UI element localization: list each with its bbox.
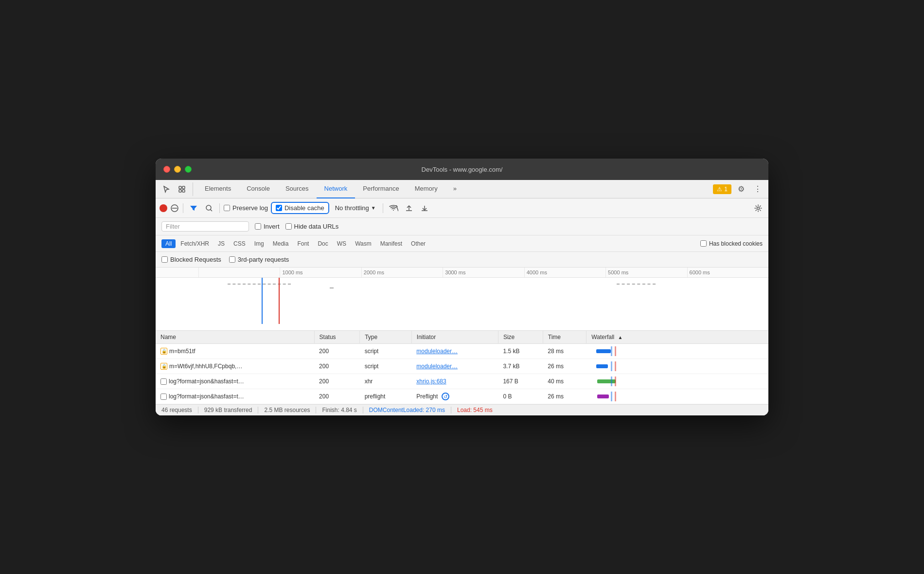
type-all[interactable]: All [161, 239, 176, 248]
close-button[interactable] [163, 166, 170, 173]
clear-button[interactable] [170, 204, 179, 213]
download-icon[interactable] [418, 202, 431, 215]
table-row[interactable]: log?format=json&hasfast=t… 200 xhr xhrio… [156, 374, 768, 389]
row-checkbox-input[interactable] [160, 378, 167, 385]
tabs-bar: Elements Console Sources Network Perform… [156, 180, 768, 198]
type-wasm[interactable]: Wasm [351, 239, 375, 248]
divider-1 [183, 203, 183, 213]
tab-memory[interactable]: Memory [407, 180, 445, 198]
upload-icon[interactable] [403, 202, 415, 215]
network-table: Name Status Type Initiator Size [156, 331, 768, 404]
table-body: 🔒 m=bm51tf 200 script moduleloader… 1.5 … [156, 344, 768, 404]
notification-badge[interactable]: ⚠ 1 [713, 184, 731, 194]
row-type: script [360, 344, 412, 359]
preserve-log-checkbox[interactable]: Preserve log [224, 204, 268, 212]
row-checkbox-input[interactable] [160, 394, 167, 400]
load-line [279, 278, 280, 324]
type-css[interactable]: CSS [230, 239, 249, 248]
filter-icon[interactable] [187, 202, 200, 215]
third-party-checkbox[interactable]: 3rd-party requests [229, 256, 289, 263]
ruler-mark-1: 1000 ms [280, 268, 361, 277]
devtools-body: Elements Console Sources Network Perform… [156, 180, 768, 415]
cursor-icon[interactable] [160, 182, 173, 196]
disable-cache-input[interactable] [276, 205, 282, 211]
row-status: 200 [314, 374, 360, 389]
col-size[interactable]: Size [498, 331, 543, 344]
tab-network[interactable]: Network [317, 180, 355, 198]
col-type[interactable]: Type [360, 331, 412, 344]
preflight-icon: ↺ [442, 393, 449, 400]
inspect-icon[interactable] [175, 182, 189, 196]
row-type: xhr [360, 374, 412, 389]
type-fetch-xhr[interactable]: Fetch/XHR [177, 239, 213, 248]
third-party-input[interactable] [229, 256, 235, 263]
resources-size: 2.5 MB resources [258, 407, 316, 413]
type-manifest[interactable]: Manifest [376, 239, 406, 248]
disable-cache-checkbox[interactable]: Disable cache [276, 204, 324, 212]
network-table-wrapper: Name Status Type Initiator Size [156, 331, 768, 404]
row-initiator: moduleloader… [411, 359, 498, 374]
tab-icons [160, 182, 193, 196]
col-status[interactable]: Status [314, 331, 360, 344]
svg-rect-1 [182, 186, 185, 189]
type-font[interactable]: Font [293, 239, 313, 248]
network-settings-icon[interactable] [752, 202, 764, 215]
type-js[interactable]: JS [214, 239, 229, 248]
more-options-button[interactable]: ⋮ [751, 182, 764, 196]
table-row[interactable]: 🔒 m=Wt6vjf,hhhU8,FCpbqb,… 200 script mod… [156, 359, 768, 374]
type-doc[interactable]: Doc [314, 239, 332, 248]
throttle-select[interactable]: No throttling ▼ [332, 203, 379, 213]
blocked-requests-checkbox[interactable]: Blocked Requests [161, 256, 221, 263]
dom-content-loaded-line [262, 278, 263, 324]
disable-cache-wrapper: Disable cache [271, 202, 329, 214]
window-title: DevTools - www.google.com/ [422, 166, 503, 173]
type-img[interactable]: Img [250, 239, 268, 248]
hide-data-urls-input[interactable] [285, 223, 292, 230]
row-waterfall [586, 389, 768, 404]
network-toolbar: Preserve log Disable cache No throttling… [156, 198, 768, 218]
type-other[interactable]: Other [407, 239, 429, 248]
table-row[interactable]: 🔒 m=bm51tf 200 script moduleloader… 1.5 … [156, 344, 768, 359]
filter-input-wrapper[interactable]: Filter [161, 221, 249, 232]
col-time[interactable]: Time [543, 331, 586, 344]
row-status: 200 [314, 359, 360, 374]
record-button[interactable] [160, 204, 167, 212]
search-icon[interactable] [203, 202, 215, 215]
type-media[interactable]: Media [269, 239, 293, 248]
table-row[interactable]: log?format=json&hasfast=t… 200 preflight… [156, 389, 768, 404]
tab-performance[interactable]: Performance [355, 180, 407, 198]
row-time: 40 ms [543, 374, 586, 389]
maximize-button[interactable] [185, 166, 192, 173]
blocked-requests-input[interactable] [161, 256, 168, 263]
col-waterfall[interactable]: Waterfall ▲ [586, 331, 768, 344]
ruler-mark-4: 4000 ms [524, 268, 605, 277]
wifi-icon[interactable] [387, 202, 400, 215]
throttle-arrow-icon: ▼ [371, 205, 376, 211]
tab-console[interactable]: Console [239, 180, 278, 198]
dashed-line-left [228, 284, 291, 285]
type-ws[interactable]: WS [333, 239, 350, 248]
invert-input[interactable] [255, 223, 261, 230]
row-waterfall [586, 344, 768, 359]
tab-more[interactable]: » [445, 180, 464, 198]
col-initiator[interactable]: Initiator [411, 331, 498, 344]
hide-data-urls-checkbox[interactable]: Hide data URLs [285, 223, 339, 230]
has-blocked-cookies[interactable]: Has blocked cookies [700, 240, 763, 247]
dashed-line-right [617, 284, 656, 285]
has-blocked-cookies-input[interactable] [700, 240, 707, 247]
tab-sources[interactable]: Sources [278, 180, 317, 198]
invert-checkbox[interactable]: Invert [255, 223, 280, 230]
col-name[interactable]: Name [156, 331, 314, 344]
dom-content-loaded-time: DOMContentLoaded: 270 ms [363, 407, 451, 413]
row-name-cell: log?format=json&hasfast=t… [156, 389, 314, 404]
titlebar: DevTools - www.google.com/ [156, 159, 768, 180]
tab-elements[interactable]: Elements [197, 180, 239, 198]
load-time: Load: 545 ms [451, 407, 498, 413]
row-status: 200 [314, 344, 360, 359]
ruler-mark-5: 5000 ms [605, 268, 687, 277]
timeline-area: 1000 ms 2000 ms 3000 ms 4000 ms 5000 ms … [156, 268, 768, 331]
settings-button[interactable]: ⚙ [734, 182, 748, 196]
preserve-log-input[interactable] [224, 205, 230, 211]
minimize-button[interactable] [174, 166, 181, 173]
timeline-canvas [198, 278, 768, 324]
